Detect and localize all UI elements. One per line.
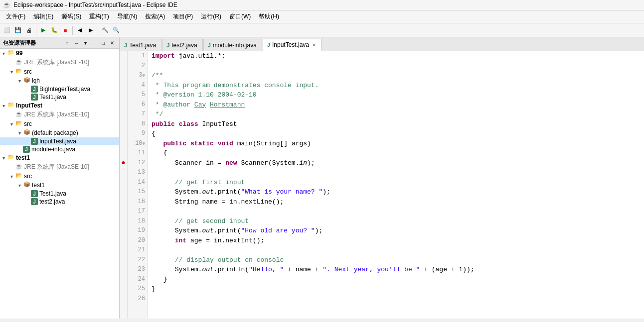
tab-icon: J	[208, 42, 211, 48]
gutter-cell-12: ●	[120, 158, 127, 168]
code-line-1: import java.util.*;	[152, 51, 640, 61]
line-number-21: 21	[130, 245, 145, 255]
new-button[interactable]: ⬜	[2, 25, 12, 35]
code-line-9: {	[152, 129, 640, 139]
fold-marker[interactable]: ⊖	[143, 73, 145, 78]
gutter-cell-21	[120, 245, 127, 255]
tree-node-srcTest1[interactable]: ▾📂src	[0, 172, 119, 181]
sidebar-title: 包资源管理器	[3, 39, 36, 47]
title-bar: ☕ Eclipse-workspace - InputTest/src/Inpu…	[0, 0, 644, 10]
menu-item-导航(N)[interactable]: 导航(N)	[113, 11, 142, 22]
debug-button[interactable]: 🐛	[49, 25, 59, 35]
tree-label: src	[24, 68, 32, 75]
code-line-25: }	[152, 284, 640, 294]
tree-node-BigIntegerTest[interactable]: JBigIntegerTest.java	[0, 85, 119, 93]
tree-label: src	[24, 120, 32, 127]
sep2	[72, 26, 73, 35]
gutter-cell-6	[120, 100, 127, 110]
menu-item-项目(P)[interactable]: 项目(P)	[169, 11, 197, 22]
tree-node-defaultPkg[interactable]: ▾📦(default package)	[0, 128, 119, 137]
fold-marker[interactable]: ⊖	[143, 141, 145, 146]
line-number-25: 25	[130, 284, 145, 294]
collapse-all-button[interactable]: ≡	[63, 39, 71, 47]
tab-InputTest-java[interactable]: JInputTest.java✕	[263, 39, 322, 51]
tree-icon: J	[31, 94, 38, 101]
tree-node-moduleInfo[interactable]: Jmodule-info.java	[0, 145, 119, 153]
tree-node-srcInputTest[interactable]: ▾📂src	[0, 119, 119, 128]
line-number-7: 7	[130, 109, 145, 119]
tree-node-proj99[interactable]: ▾📁99	[0, 49, 119, 58]
back-button[interactable]: ◀	[75, 25, 85, 35]
tab-label: InputTest.java	[272, 41, 309, 48]
menu-item-运行(R)[interactable]: 运行(R)	[197, 11, 225, 22]
menu-item-重构(T)[interactable]: 重构(T)	[85, 11, 113, 22]
code-line-7: */	[152, 109, 640, 119]
tree-arrow: ▾	[0, 103, 7, 108]
tree-node-test2_t1[interactable]: Jtest2.java	[0, 198, 119, 206]
line-number-23: 23	[130, 265, 145, 275]
code-line-11: {	[152, 148, 640, 158]
code-line-17	[152, 207, 640, 216]
save-button[interactable]: 💾	[13, 25, 23, 35]
view-menu-button[interactable]: ▾	[81, 39, 89, 47]
menu-item-帮助(H)[interactable]: 帮助(H)	[255, 11, 283, 22]
tree-node-jreInputTest[interactable]: ☕JRE 系统库 [JavaSE-10]	[0, 110, 119, 119]
tree-label: 99	[16, 50, 22, 57]
link-with-editor-button[interactable]: ↔	[72, 39, 80, 47]
tree-label: test1	[16, 154, 30, 161]
tree-node-lqh[interactable]: ▾📦lqh	[0, 76, 119, 85]
menu-item-编辑(E)[interactable]: 编辑(E)	[29, 11, 57, 22]
tree-icon: J	[31, 198, 38, 205]
print-button[interactable]: 🖨	[24, 25, 34, 35]
tab-close-button[interactable]: ✕	[312, 42, 316, 48]
code-content[interactable]: import java.util.*; /** * This program d…	[148, 51, 644, 319]
code-editor[interactable]: ● 123⊖45678910⊖1112131415161718192021222…	[120, 51, 644, 319]
tree-icon: ☕	[15, 59, 23, 67]
search-button[interactable]: 🔍	[111, 25, 121, 35]
gutter-cell-2	[120, 61, 127, 71]
stop-button[interactable]: ■	[60, 25, 70, 35]
menu-item-文件(F)[interactable]: 文件(F)	[2, 11, 29, 22]
line-number-18: 18	[130, 216, 145, 226]
build-button[interactable]: 🔨	[100, 25, 110, 35]
tab-test2-java[interactable]: Jtest2.java	[162, 39, 203, 51]
line-number-15: 15	[130, 187, 145, 197]
code-line-2	[152, 61, 640, 71]
tree-node-InputTestJava[interactable]: JInputTest.java	[0, 137, 119, 145]
tree-icon: 📦	[23, 129, 31, 137]
code-line-15: System.out.print("What is your name? ");	[152, 187, 640, 197]
tree-node-Test1_t1[interactable]: JTest1.java	[0, 190, 119, 198]
tab-Test1-java[interactable]: JTest1.java	[120, 39, 161, 51]
line-number-17: 17	[130, 207, 145, 216]
tree-arrow: ▾	[0, 51, 7, 56]
gutter-cell-9	[120, 129, 127, 139]
tree-node-pkgTest1[interactable]: ▾📦test1	[0, 181, 119, 190]
tab-module-info-java[interactable]: Jmodule-info.java	[203, 39, 262, 51]
tree-node-jre99[interactable]: ☕JRE 系统库 [JavaSE-10]	[0, 58, 119, 67]
line-number-22: 22	[130, 255, 145, 265]
gutter-cell-23	[120, 265, 127, 275]
gutter-cell-19	[120, 226, 127, 236]
tree-icon: 📂	[15, 120, 23, 128]
tree-node-src99[interactable]: ▾📂src	[0, 67, 119, 76]
line-number-11: 11	[130, 148, 145, 158]
tab-icon: J	[124, 42, 127, 48]
menu-item-搜索(A)[interactable]: 搜索(A)	[141, 11, 169, 22]
close-button[interactable]: ✕	[108, 39, 116, 47]
forward-button[interactable]: ▶	[86, 25, 96, 35]
menu-item-源码(S)[interactable]: 源码(S)	[57, 11, 85, 22]
minimize-button[interactable]: −	[90, 39, 98, 47]
code-line-24: }	[152, 275, 640, 285]
gutter-cell-26	[120, 294, 127, 304]
line-number-12: 12	[130, 158, 145, 168]
tree-icon: J	[31, 86, 38, 93]
tree-node-jreTest1[interactable]: ☕JRE 系统库 [JavaSE-10]	[0, 162, 119, 172]
tree-label: module-info.java	[31, 146, 75, 153]
tree-node-projTest1[interactable]: ▾📁test1	[0, 153, 119, 162]
run-button[interactable]: ▶	[38, 25, 48, 35]
gutter: ●	[120, 51, 128, 319]
tree-node-Test1_99[interactable]: JTest1.java	[0, 93, 119, 101]
tree-node-projInputTest[interactable]: ▾📁InputTest	[0, 101, 119, 110]
maximize-button[interactable]: □	[99, 39, 107, 47]
menu-item-窗口(W)[interactable]: 窗口(W)	[225, 11, 255, 22]
